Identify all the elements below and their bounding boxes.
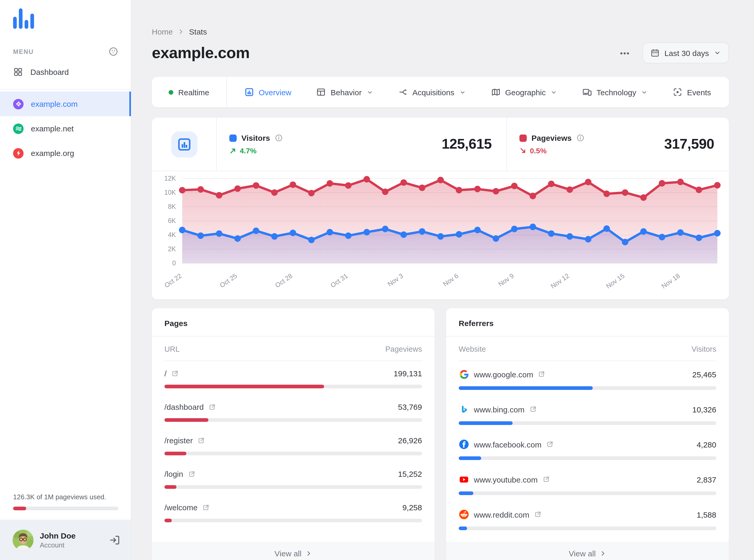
pages-view-all-button[interactable]: View all (152, 542, 434, 560)
tab-overview[interactable]: Overview (245, 87, 291, 97)
referrer-link[interactable]: www.bing.com (459, 404, 537, 415)
svg-text:Oct 28: Oct 28 (274, 272, 293, 289)
page-link[interactable]: /dashboard (165, 402, 216, 412)
trend-up-icon (229, 147, 237, 154)
referrer-site: www.bing.com (474, 405, 524, 414)
page-link[interactable]: /login (165, 469, 195, 478)
avatar (13, 529, 34, 550)
more-options-button[interactable]: ••• (620, 48, 630, 57)
google-icon (459, 369, 469, 379)
referrer-link[interactable]: www.facebook.com (459, 439, 554, 449)
external-link-icon (529, 406, 537, 413)
tab-label: Behavior (331, 88, 362, 97)
date-range-button[interactable]: Last 30 days (642, 42, 729, 63)
tab-label: Technology (597, 88, 636, 97)
referrer-link[interactable]: www.google.com (459, 369, 545, 379)
breadcrumb-current: Stats (189, 27, 207, 36)
svg-text:Nov 15: Nov 15 (605, 272, 626, 290)
sidebar-divider (0, 89, 131, 89)
chevron-right-icon (599, 550, 606, 557)
page-title: example.com (152, 44, 250, 62)
pageviews-label: Pageviews (531, 134, 572, 142)
sidebar-site-example-com[interactable]: example.com (0, 92, 131, 116)
page-value: 53,769 (398, 402, 422, 412)
table-row: /register 26,926 (165, 429, 422, 463)
svg-text:8K: 8K (168, 203, 176, 210)
svg-text:4K: 4K (168, 231, 176, 238)
referrer-link[interactable]: www.youtube.com (459, 474, 549, 485)
date-range-label: Last 30 days (664, 48, 709, 57)
page-url: / (165, 369, 167, 378)
account-section[interactable]: John Doe Account (0, 520, 131, 560)
tab-events[interactable]: Events (673, 87, 711, 97)
tab-acquisitions[interactable]: Acquisitions (398, 87, 466, 97)
external-link-icon (538, 371, 545, 378)
chevron-down-icon (366, 89, 373, 96)
chevron-down-icon (714, 49, 721, 57)
tab-behavior[interactable]: Behavior (316, 87, 373, 97)
page-link[interactable]: /welcome (165, 503, 210, 512)
sidebar-site-example-net[interactable]: example.net (0, 116, 131, 141)
referrer-value: 1,588 (697, 510, 716, 519)
view-all-label: View all (569, 549, 596, 558)
tab-label: Overview (259, 88, 291, 97)
referrers-view-all-button[interactable]: View all (446, 542, 729, 560)
page-url: /register (165, 436, 193, 445)
external-link-icon (188, 470, 195, 478)
breadcrumb-home[interactable]: Home (152, 27, 173, 36)
info-icon[interactable] (275, 134, 283, 142)
table-row: /login 15,252 (165, 463, 422, 496)
page-link[interactable]: /register (165, 436, 205, 445)
theme-toggle-icon[interactable] (109, 46, 118, 57)
page-value: 15,252 (398, 469, 422, 478)
svg-text:2K: 2K (168, 245, 176, 253)
page-bar (165, 452, 422, 455)
page-url: /dashboard (165, 402, 204, 412)
referrer-link[interactable]: www.reddit.com (459, 509, 541, 520)
user-role: Account (40, 541, 76, 549)
sidebar-site-example-org[interactable]: example.org (0, 141, 131, 165)
app-logo-icon (13, 8, 131, 29)
sidebar: MENU Dashboard example.com example.net e… (0, 0, 131, 560)
overview-card: Visitors 4.7% 125,615 (152, 118, 729, 299)
table-row: / 199,131 (165, 362, 422, 396)
site-name: example.net (31, 124, 74, 133)
trend-down-icon (519, 147, 527, 154)
svg-text:6K: 6K (168, 217, 176, 224)
tab-label: Events (687, 88, 711, 97)
info-icon[interactable] (576, 134, 584, 142)
svg-text:Nov 9: Nov 9 (497, 272, 515, 287)
referrers-panel: Referrers Website Visitors www.google.co… (446, 308, 729, 560)
tab-geographic[interactable]: Geographic (491, 87, 557, 97)
tab-realtime[interactable]: Realtime (152, 77, 226, 107)
logout-icon[interactable] (109, 534, 120, 546)
facebook-icon (459, 439, 469, 449)
referrer-value: 2,837 (697, 475, 716, 484)
section-tabs: Realtime Overview Behavior Acquisitions (152, 77, 729, 107)
visitors-stat: Visitors 4.7% 125,615 (217, 118, 506, 171)
table-row: www.reddit.com 1,588 (459, 502, 716, 538)
pageviews-value: 317,590 (664, 136, 714, 152)
site-bolt-icon (13, 148, 23, 158)
page-value: 26,926 (398, 436, 422, 445)
site-waves-icon (13, 123, 23, 134)
svg-text:10K: 10K (165, 189, 176, 196)
pageviews-delta: 0.5% (530, 146, 547, 155)
sidebar-item-dashboard[interactable]: Dashboard (0, 60, 131, 84)
column-header-visitors: Visitors (692, 345, 716, 353)
visitors-value: 125,615 (442, 136, 492, 152)
panel-title: Referrers (446, 308, 729, 336)
page-link[interactable]: / (165, 369, 178, 378)
tab-technology[interactable]: Technology (582, 87, 648, 97)
svg-text:Oct 22: Oct 22 (163, 272, 183, 289)
referrer-value: 25,465 (692, 370, 716, 379)
tab-label: Acquisitions (412, 88, 454, 97)
referrer-bar (459, 456, 716, 460)
table-row: www.bing.com 10,326 (459, 397, 716, 432)
scan-icon (673, 87, 682, 97)
calendar-icon (650, 48, 660, 58)
chevron-down-icon (550, 89, 557, 96)
window-icon (316, 87, 326, 97)
site-clover-icon (13, 99, 23, 109)
column-header-url: URL (165, 345, 180, 353)
